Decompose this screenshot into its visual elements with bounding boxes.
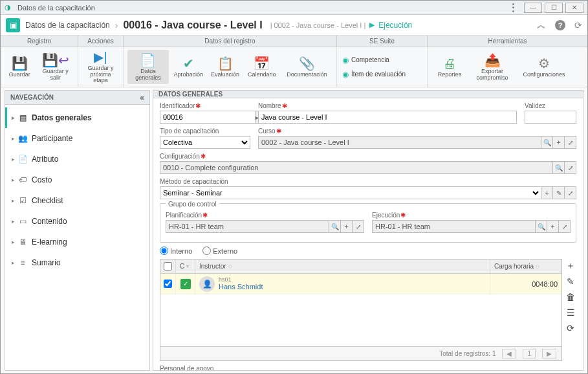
nav-item-costo[interactable]: ▸🏷Costo bbox=[5, 170, 149, 190]
breadcrumb-section[interactable]: Datos de la capacitación bbox=[25, 21, 110, 30]
breadcrumb-stage[interactable]: Ejecución bbox=[378, 21, 412, 30]
export-button[interactable]: 📤Exportar compromiso bbox=[470, 50, 514, 84]
nav-item-sumario[interactable]: ▸≡Sumario bbox=[5, 252, 149, 273]
nav-item-datos-generales[interactable]: ▸▤Datos generales bbox=[5, 107, 149, 128]
nav-header: NAVEGACIÓN « bbox=[5, 91, 149, 105]
breadcrumb: ▣ Datos de la capacitación › 00016 - Jav… bbox=[1, 15, 587, 36]
approval-button[interactable]: ✔Aprobación bbox=[171, 50, 206, 84]
play-icon: ▶ bbox=[369, 21, 375, 29]
table-row[interactable]: ✓ 👤 hs01 Hans Schmidt 0048:00 bbox=[160, 274, 561, 294]
settings-button[interactable]: ⚙Configuraciones bbox=[517, 50, 571, 84]
eval-item-link[interactable]: ◉Ítem de evaluación bbox=[340, 68, 424, 81]
grid-header-checkbox[interactable] bbox=[160, 259, 176, 273]
total-records: Total de registros: 1 bbox=[439, 350, 495, 357]
maximize-button[interactable]: ☐ bbox=[545, 3, 563, 13]
expand-icon[interactable]: ⤢ bbox=[565, 161, 576, 174]
list-icon[interactable]: ☰ bbox=[565, 307, 576, 318]
label-personal-apoyo: Personal de apoyo bbox=[160, 365, 576, 371]
content-header: DATOS GENERALES bbox=[153, 91, 583, 98]
calendar-button[interactable]: 📅Calendario bbox=[245, 50, 279, 84]
input-validez[interactable] bbox=[525, 111, 576, 124]
grid-header-instructor[interactable]: Instructor◇ bbox=[195, 259, 490, 273]
avatar: 👤 bbox=[199, 276, 215, 292]
fieldset-grupo-control: Grupo de control Planificación✱ 🔍 + ⤢ bbox=[160, 203, 576, 243]
main-area: NAVEGACIÓN « ▸▤Datos generales ▸👥Partici… bbox=[1, 87, 587, 373]
grid-side-toolbar: ＋ ✎ 🗑 ☰ ⟳ bbox=[562, 259, 576, 361]
next-page-button[interactable]: ▶ bbox=[542, 349, 556, 358]
input-ejecucion bbox=[372, 220, 536, 233]
delete-row-icon[interactable]: 🗑 bbox=[565, 291, 576, 303]
ribbon: 💾Guardar 💾↩Guardar y salir ▶|Guardar y p… bbox=[1, 47, 587, 87]
nav-item-elearning[interactable]: ▸🖥E-learning bbox=[5, 232, 149, 252]
ribbon-group-datos: Datos del registro bbox=[124, 36, 337, 47]
chevron-right-icon: › bbox=[115, 20, 118, 30]
nav-item-checklist[interactable]: ▸☑Checklist bbox=[5, 190, 149, 211]
competency-link[interactable]: ◉Competencia bbox=[340, 54, 424, 67]
search-icon[interactable]: 🔍 bbox=[553, 161, 565, 174]
expand-icon[interactable]: ⤢ bbox=[559, 220, 571, 233]
expand-icon[interactable]: ⤢ bbox=[353, 220, 364, 233]
edit-icon[interactable]: ✎ bbox=[553, 186, 565, 199]
instructor-type-radios: Interno Externo bbox=[160, 247, 576, 255]
label-configuracion: Configuración✱ bbox=[160, 153, 576, 160]
ribbon-group-herramientas: Herramientas bbox=[428, 36, 587, 47]
label-planificacion: Planificación✱ bbox=[166, 212, 364, 219]
refresh-grid-icon[interactable]: ⟳ bbox=[565, 322, 576, 334]
nav-item-atributo[interactable]: ▸📄Atributo bbox=[5, 149, 149, 170]
help-icon[interactable]: ? bbox=[555, 20, 565, 30]
save-button[interactable]: 💾Guardar bbox=[5, 50, 35, 84]
radio-interno[interactable]: Interno bbox=[160, 247, 192, 255]
minimize-button[interactable]: — bbox=[524, 3, 542, 13]
add-icon[interactable]: + bbox=[547, 220, 559, 233]
kebab-menu-icon[interactable] bbox=[508, 3, 517, 12]
radio-externo[interactable]: Externo bbox=[202, 247, 237, 255]
collapse-nav-icon[interactable]: « bbox=[140, 93, 144, 102]
content-panel: DATOS GENERALES Identificador✱ ▸ Nombre✱ bbox=[153, 90, 583, 371]
general-data-button[interactable]: 📄Datos generales bbox=[127, 50, 169, 84]
ribbon-group-acciones: Acciones bbox=[78, 36, 124, 47]
chevron-up-down-icon[interactable]: ︽ bbox=[537, 19, 546, 31]
label-nombre: Nombre✱ bbox=[258, 102, 517, 109]
expand-icon[interactable]: ⤢ bbox=[565, 186, 576, 199]
documentation-button[interactable]: 📎Documentación bbox=[281, 50, 332, 84]
select-tipo[interactable]: Colectiva bbox=[160, 136, 250, 149]
search-icon[interactable]: 🔍 bbox=[536, 220, 547, 233]
row-checkbox[interactable] bbox=[164, 280, 172, 288]
reports-button[interactable]: 🖨Reportes bbox=[431, 50, 468, 84]
window-title: Datos de la capacitación bbox=[17, 4, 508, 12]
label-curso: Curso✱ bbox=[258, 127, 576, 135]
evaluation-button[interactable]: 📋Evaluación bbox=[208, 50, 243, 84]
grid-footer: Total de registros: 1 ◀ 1 ▶ bbox=[160, 346, 561, 360]
search-icon[interactable]: 🔍 bbox=[329, 220, 341, 233]
prev-page-button[interactable]: ◀ bbox=[502, 349, 516, 358]
grid-header-c[interactable]: C▾ bbox=[176, 259, 195, 273]
search-icon[interactable]: 🔍 bbox=[541, 136, 553, 149]
edit-row-icon[interactable]: ✎ bbox=[565, 276, 576, 287]
nav-item-contenido[interactable]: ▸▭Contenido bbox=[5, 211, 149, 232]
ribbon-group-suite: SE Suite bbox=[337, 36, 428, 47]
input-configuracion bbox=[160, 161, 553, 174]
add-icon[interactable]: + bbox=[341, 220, 353, 233]
input-identificador[interactable] bbox=[160, 111, 256, 124]
close-button[interactable]: ✕ bbox=[565, 3, 583, 13]
nav-title: NAVEGACIÓN bbox=[10, 94, 54, 101]
save-exit-button[interactable]: 💾↩Guardar y salir bbox=[38, 50, 74, 84]
add-icon[interactable]: + bbox=[541, 186, 553, 199]
module-icon: ▣ bbox=[6, 18, 20, 32]
save-next-button[interactable]: ▶|Guardar y próxima etapa bbox=[82, 50, 119, 84]
ribbon-group-labels: Registro Acciones Datos del registro SE … bbox=[1, 36, 587, 47]
grid-header-carga[interactable]: Carga horaria◇ bbox=[490, 259, 561, 273]
refresh-icon[interactable]: ⟳ bbox=[574, 20, 582, 30]
breadcrumb-subtitle: | 0002 - Java course - Level I | bbox=[270, 21, 366, 29]
nav-item-participante[interactable]: ▸👥Participante bbox=[5, 128, 149, 149]
expand-icon[interactable]: ⤢ bbox=[565, 136, 576, 149]
add-row-icon[interactable]: ＋ bbox=[565, 260, 576, 272]
row-name[interactable]: Hans Schmidt bbox=[219, 283, 263, 291]
input-nombre[interactable] bbox=[258, 111, 517, 124]
select-metodo[interactable]: Seminar - Seminar bbox=[160, 186, 541, 199]
ribbon-group-registro: Registro bbox=[1, 36, 78, 47]
add-icon[interactable]: + bbox=[553, 136, 565, 149]
app-window: ◑ Datos de la capacitación — ☐ ✕ ▣ Datos… bbox=[0, 0, 588, 374]
grid-header: C▾ Instructor◇ Carga horaria◇ bbox=[160, 259, 561, 274]
page-number[interactable]: 1 bbox=[523, 349, 536, 358]
